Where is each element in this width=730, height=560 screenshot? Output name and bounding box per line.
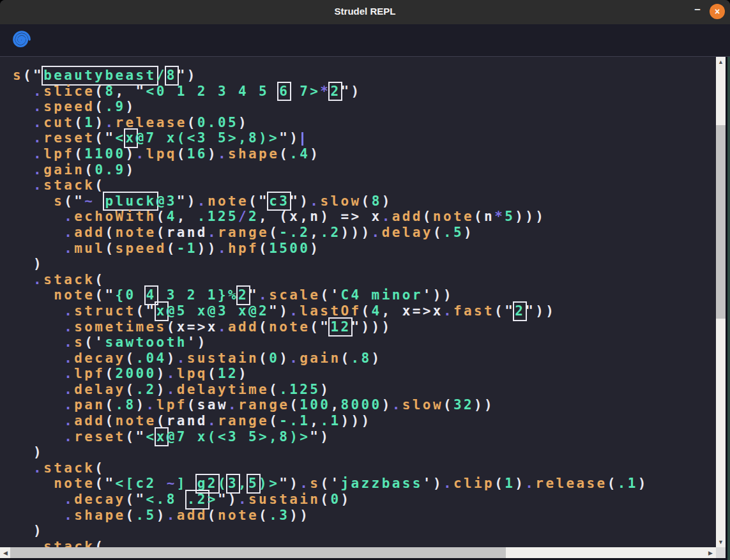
code-token — [13, 178, 33, 193]
code-line[interactable]: note("<[c2 ~] g2(3,5)>").s('jazzbass').c… — [13, 476, 716, 492]
code-line[interactable]: .decay(.04).sustain(0).gain(.8) — [13, 351, 716, 367]
code-token: add — [177, 508, 208, 524]
code-token: ") — [218, 492, 238, 508]
scroll-up-icon[interactable]: ▲ — [716, 57, 726, 66]
code-token: . — [167, 382, 177, 398]
code-token — [13, 539, 33, 547]
code-line[interactable]: ) — [13, 444, 716, 460]
code-token: ) — [95, 115, 105, 131]
code-line[interactable]: s("beautybeast/8") — [13, 68, 716, 84]
close-button[interactable]: × — [710, 4, 725, 19]
code-line[interactable]: .reset("<x@7 x(<3 5>,8)>") — [13, 130, 716, 146]
code-line[interactable]: .stack( — [13, 539, 716, 547]
code-token: lpq — [146, 146, 177, 162]
code-token: scale — [269, 287, 320, 303]
code-token — [95, 193, 105, 209]
code-viewport[interactable]: s("beautybeast/8") .slice(8, "<0 1 2 3 4… — [0, 57, 716, 547]
code-token: note — [218, 508, 259, 524]
vertical-scrollbar[interactable]: ▲ ▼ — [716, 57, 726, 547]
code-token: . — [64, 241, 74, 257]
code-token: . — [289, 351, 300, 367]
code-token: 2000 — [115, 366, 156, 382]
code-token: note — [54, 476, 95, 492]
code-line[interactable]: s("~ pluck@3").note("c3").slow(8) — [13, 193, 716, 209]
code-token: note — [54, 287, 95, 303]
code-line[interactable]: .add(note(rand.range(-.2,.2))).delay(.5) — [13, 225, 716, 241]
code-token: 1 — [84, 115, 95, 131]
code-token: ) — [13, 444, 43, 460]
code-token: ") — [310, 429, 330, 445]
scroll-down-icon[interactable]: ▼ — [716, 538, 726, 547]
horizontal-scrollbar[interactable]: ◀ ▶ — [0, 547, 716, 558]
code-token: < — [115, 130, 125, 146]
code-token: @3 — [156, 193, 177, 209]
code-token: C4 minor — [340, 287, 422, 303]
minimize-button[interactable]: – — [692, 3, 703, 19]
code-token: s — [13, 68, 23, 84]
code-token: 1100 — [84, 146, 125, 162]
code-line[interactable]: .delay(.2).delaytime(.125) — [13, 382, 716, 398]
code-token: ") — [177, 193, 197, 209]
code-token: ( — [156, 209, 167, 225]
code-line[interactable]: .struct("x@5 x@3 x@2").lastOf(4, x=>x.fa… — [13, 303, 716, 319]
code-line[interactable]: .add(note(rand.range(-.1,.1))) — [13, 413, 716, 429]
code-line[interactable]: .shape(.5).add(note(.3)) — [13, 508, 716, 524]
vertical-scroll-thumb[interactable] — [716, 125, 726, 319]
code-token: ( — [156, 413, 167, 429]
code-line[interactable]: ) — [13, 523, 716, 539]
code-line[interactable]: .stack( — [13, 178, 716, 193]
code-token: ( — [269, 225, 279, 241]
code-line[interactable]: .stack( — [13, 272, 716, 288]
code-editor[interactable]: s("beautybeast/8") .slice(8, "<0 1 2 3 4… — [0, 56, 730, 560]
code-token: (" — [95, 130, 115, 146]
code-line[interactable]: .lpf(1100).lpq(16).shape(.4) — [13, 146, 716, 162]
code-token: stack — [43, 460, 95, 476]
code-token — [13, 99, 33, 115]
code-line[interactable]: .decay("<.8 .2>").sustain(0) — [13, 492, 716, 508]
code-token: < — [146, 429, 156, 445]
code-token: . — [64, 351, 74, 367]
strudel-spiral-logo-icon[interactable] — [12, 30, 31, 52]
scroll-left-icon[interactable]: ◀ — [1, 548, 10, 558]
code-line[interactable]: .s('sawtooth') — [13, 335, 716, 351]
code-token: . — [33, 146, 43, 162]
code-token: note — [115, 225, 156, 241]
code-token: . — [382, 209, 392, 225]
code-token: fast — [453, 303, 494, 319]
code-line[interactable]: .stack( — [13, 460, 716, 476]
code-token: . — [259, 287, 269, 303]
code-line[interactable]: .slice(8, "<0 1 2 3 4 5 6 7>*2") — [13, 84, 716, 100]
horizontal-scroll-thumb[interactable] — [10, 547, 506, 558]
code-token: )) — [289, 508, 310, 524]
code-token: ( — [474, 209, 484, 225]
scroll-right-icon[interactable]: ▶ — [706, 548, 715, 558]
code-line[interactable]: .lpf(2000).lpq(12) — [13, 366, 716, 382]
code-line[interactable]: .pan(.8).lpf(saw.range(100,8000).slow(32… — [13, 397, 716, 413]
code-token: range — [238, 397, 289, 413]
code-line[interactable]: ) — [13, 256, 716, 272]
code-token: ") — [289, 193, 310, 209]
code-line[interactable]: .echoWith(4, .125/2, (x,n) => x.add(note… — [13, 209, 716, 225]
code-token: ) — [167, 351, 177, 367]
code-line[interactable]: note("{0 4 3 2 1}%2".scale('C4 minor')) — [13, 287, 716, 303]
code-line[interactable]: .speed(.9) — [13, 99, 716, 115]
titlebar[interactable]: Strudel REPL – × — [0, 0, 730, 24]
code-token: . — [105, 115, 115, 131]
code-token: ( — [289, 397, 300, 413]
code-line[interactable]: .sometimes(x=>x.add(note("12"))) — [13, 319, 716, 335]
code-token: . — [310, 193, 320, 209]
code-token: ( — [95, 272, 105, 288]
code-token: shape — [74, 508, 125, 524]
code-line[interactable]: .reset("<x@7 x(<3 5>,8)>") — [13, 429, 716, 445]
code-token: ) — [238, 115, 248, 131]
active-pattern-token: x — [156, 303, 167, 319]
active-pattern-token: 8 — [167, 68, 177, 84]
code-token: note — [115, 413, 156, 429]
code-token: . — [443, 476, 453, 492]
code-token: ) — [156, 382, 167, 398]
code-token: . — [33, 115, 43, 131]
code-line[interactable]: .cut(1).release(0.05) — [13, 115, 716, 131]
code-line[interactable]: .mul(speed(-1)).hpf(1500) — [13, 241, 716, 257]
code-line[interactable]: .gain(0.9) — [13, 162, 716, 178]
code-token: slice — [43, 84, 95, 100]
